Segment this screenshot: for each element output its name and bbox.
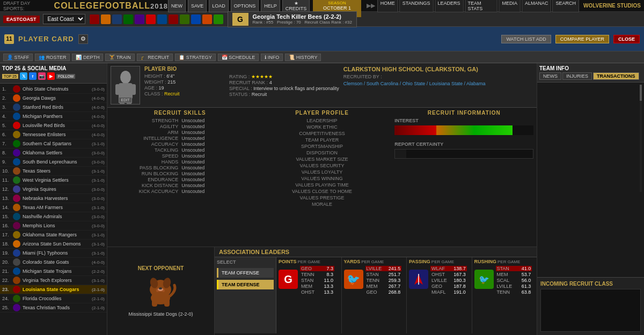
rank-item[interactable]: 21. Michigan State Trojans (2-2-0)	[0, 267, 107, 276]
rank-item[interactable]: 20. Colorado State Goats (4-0-0)	[0, 258, 107, 267]
strategy-link[interactable]: 📋 STRATEGY	[175, 54, 215, 61]
schedule-link[interactable]: 📅 SCHEDULE	[218, 54, 259, 61]
standings-link[interactable]: STANDINGS	[399, 0, 434, 12]
compare-button[interactable]: COMPARE PLAYER	[555, 35, 609, 43]
rank-item[interactable]: 11. West Virginia Settlers (3-1-0)	[0, 176, 107, 185]
rank-number: 11.	[2, 177, 13, 183]
stat-team: OHST	[301, 289, 314, 295]
stat-value: 61.3	[512, 284, 531, 289]
skill-value: Unscouted	[181, 177, 249, 182]
skill-label: ENDURANCE	[111, 177, 178, 182]
train-link[interactable]: 🏋 TRAIN	[105, 54, 134, 61]
stat-value: 53.7	[512, 272, 531, 277]
association-leaders-panel: ASSOCIATION LEADERS SELECT TEAM OFFENSE …	[215, 247, 537, 335]
rank-item[interactable]: 2. Georgia Dawgs (4-0-0)	[0, 94, 107, 103]
rank-item[interactable]: 22. Virginia Tech Explorers (3-1-0)	[0, 276, 107, 285]
rank-item[interactable]: 7. Southern Cal Spartans (3-1-0)	[0, 139, 107, 148]
passing-logo	[409, 270, 428, 289]
stat-value: 259.3	[382, 278, 400, 283]
media-link[interactable]: MEDIA	[499, 0, 521, 12]
scrollbar-thumb[interactable]	[640, 85, 642, 101]
history-link[interactable]: 📜 HISTORY	[285, 54, 321, 61]
rank-item[interactable]: 18. Arizona State Sun Demons (3-1-0)	[0, 240, 107, 249]
rank-logo	[13, 204, 20, 211]
rank-item[interactable]: 1. Ohio State Chestnuts (3-0-0)	[0, 85, 107, 94]
facebook-icon[interactable]: f	[29, 72, 36, 80]
stat-value: 56.0	[512, 278, 531, 283]
load-button[interactable]: LOAD	[209, 0, 229, 12]
rank-item[interactable]: 12. Virginia Squires (3-0-0)	[0, 185, 107, 194]
rushing-content: 🐦 STAN 41.0MEM 53.7SCAL 56.0LVILLE 61.3T…	[474, 265, 535, 295]
left-panel: TOP 25 & SOCIAL MEDIA TOP 25 𝕏 f 📷 ▶ FOL…	[0, 63, 107, 335]
new-button[interactable]: NEW	[168, 0, 186, 12]
stat-value: 138.7	[447, 266, 466, 271]
player-card-settings-icon[interactable]: ⚙	[78, 34, 88, 44]
rank-item[interactable]: 14. Texas AM Farmers (3-1-0)	[0, 203, 107, 212]
rank-item[interactable]: 3. Stanford Red Birds (4-0-0)	[0, 103, 107, 112]
home-link[interactable]: HOME	[377, 0, 398, 12]
options-button[interactable]: OPTIONS	[231, 0, 259, 12]
skill-row: PASS BLOCKING Unscouted	[111, 165, 250, 170]
rank-item[interactable]: 8. Oklahoma Settlers (3-0-0)	[0, 148, 107, 158]
transactions-tab[interactable]: TRANSACTIONS	[593, 72, 639, 80]
roster-link[interactable]: 👥 ROSTER	[35, 54, 70, 61]
next-opponent-title: NEXT OPPONENT	[138, 265, 184, 271]
edit-button[interactable]: EDIT	[119, 97, 133, 103]
stat-value: 180.3	[447, 278, 466, 283]
watchlist-button[interactable]: WATCH LIST ADD	[501, 35, 551, 43]
rank-record: (3-0-0)	[92, 187, 105, 192]
rank-item[interactable]: 19. Miami (FL) Typhoons (3-1-0)	[0, 249, 107, 258]
rank-item[interactable]: 24. Florida Crocodiles (2-1-0)	[0, 294, 107, 303]
rushing-header: RUSHING PER GAME	[474, 259, 535, 264]
rank-team-name: Virginia Tech Explorers	[23, 278, 92, 283]
rank-number: 5.	[2, 123, 13, 128]
next-opponent-panel: NEXT OPPONENT	[107, 247, 215, 335]
youtube-icon[interactable]: ▶	[47, 72, 55, 80]
rank-number: 1.	[2, 86, 13, 92]
rank-item[interactable]: 9. South Bend Leprechauns (3-0-0)	[0, 158, 107, 167]
stat-team: GEO	[367, 289, 382, 295]
rank-item[interactable]: 13. Nebraska Harvesters (3-0-0)	[0, 194, 107, 203]
rank-item[interactable]: 15. Nashville Admirals (3-0-0)	[0, 212, 107, 221]
player-profile-title: PLAYER PROFILE	[253, 110, 392, 116]
bottom-section: NEXT OPPONENT	[107, 247, 537, 335]
credits-button[interactable]: ★ CREDITS	[282, 0, 310, 12]
search-link[interactable]: SEARCH	[552, 0, 579, 12]
depth-link[interactable]: 📊 DEPTH	[72, 54, 103, 61]
save-button[interactable]: SAVE	[188, 0, 207, 12]
leaders-link[interactable]: LEADERS	[435, 0, 464, 12]
rank-logo	[13, 140, 20, 147]
team-offense-button[interactable]: TEAM OFFENSE	[217, 268, 274, 278]
rank-item[interactable]: 16. Memphis Lions (3-0-0)	[0, 221, 107, 230]
news-tab[interactable]: NEWS	[539, 72, 561, 80]
team-stats-link[interactable]: TEAM STATS	[465, 0, 498, 12]
follow-badge[interactable]: FOLLOW	[56, 74, 76, 79]
rank-item[interactable]: 6. Tennessee Enlisters (4-0-0)	[0, 130, 107, 139]
points-stat-group: POINTS PER GAME G GEO 7.3TENN 8.3STAN 11…	[276, 257, 342, 333]
team-select[interactable]: East Coast	[43, 14, 85, 24]
rank-item[interactable]: 5. Louisville Red Birds (4-0-0)	[0, 121, 107, 130]
player-card-header: 11 PLAYER CARD ⚙ WATCH LIST ADD COMPARE …	[0, 27, 644, 51]
instagram-icon[interactable]: 📷	[38, 72, 46, 80]
injuries-tab[interactable]: INJURIES	[562, 72, 592, 80]
info-link[interactable]: ℹ INFO	[261, 54, 283, 61]
almanac-link[interactable]: ALMANAC	[522, 0, 552, 12]
rank-item[interactable]: 10. Texas Steers (3-1-0)	[0, 167, 107, 176]
rank-team-name: Nashville Admirals	[23, 214, 92, 219]
help-button[interactable]: HELP	[261, 0, 280, 12]
rank-item[interactable]: 25. Texas Christian Toads (2-1-0)	[0, 303, 107, 312]
team-defense-button[interactable]: TEAM DEFENSE	[217, 280, 274, 289]
bio-weight: WEIGHT : 215	[144, 79, 225, 85]
rank-record: (3-0-0)	[92, 160, 105, 165]
rank-record: (4-0-0)	[92, 105, 105, 110]
certainty-fill	[395, 150, 406, 158]
rank-item[interactable]: 17. Oklahoma State Rangers (3-1-0)	[0, 230, 107, 240]
recruit-link[interactable]: 🎓 RECRUIT	[137, 54, 173, 61]
rank-item[interactable]: 4. Michigan Panthers (4-0-0)	[0, 112, 107, 121]
close-button[interactable]: CLOSE	[613, 35, 640, 43]
rank-logo	[13, 113, 20, 120]
stat-row: GEO 7.3	[300, 266, 334, 271]
staff-link[interactable]: 👤 STAFF	[3, 54, 33, 61]
rank-item[interactable]: 23. Louisiana State Cougars (2-1-0)	[0, 285, 107, 294]
twitter-icon[interactable]: 𝕏	[20, 72, 27, 80]
